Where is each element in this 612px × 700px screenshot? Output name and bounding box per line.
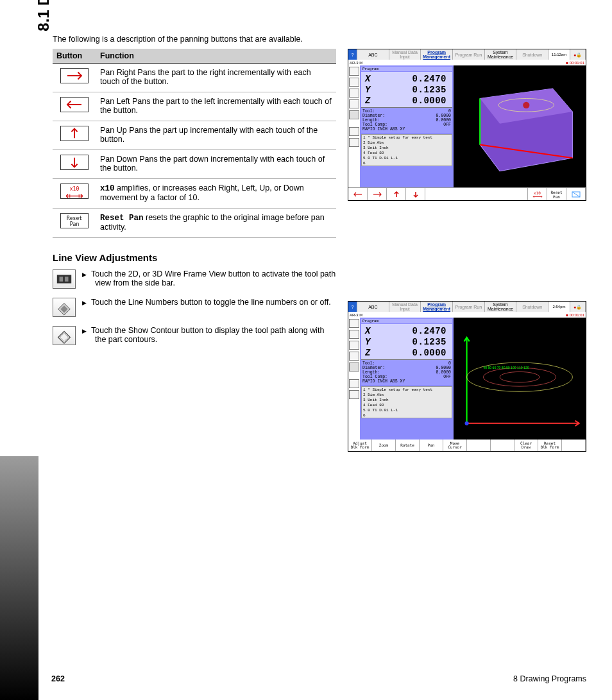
pan-up-button[interactable] [387, 188, 406, 200]
wireframe-toggle[interactable] [566, 188, 586, 200]
sidebar-icon[interactable] [349, 390, 359, 399]
svg-rect-8 [60, 277, 64, 281]
tool-row: Length:0.0000 [362, 118, 451, 123]
top-tab[interactable]: ABC [357, 302, 389, 312]
clock-status: ■ 00:01:01 [566, 61, 584, 65]
table-row: Pan Right Pans the part to the right inc… [53, 64, 336, 92]
program-line: 2 Dim Abs [363, 141, 450, 146]
program-line: 4 Feed 80 [363, 151, 450, 156]
top-tab[interactable]: Program Run [453, 302, 485, 312]
bottom-button[interactable]: Zoom [372, 440, 396, 451]
top-tab[interactable]: Shutdown [516, 302, 548, 312]
program-line: 2 Dim Abs [363, 393, 450, 398]
sidebar-icon[interactable] [349, 99, 359, 108]
pan-reset-icon: ResetPan [60, 213, 89, 228]
top-tab[interactable]: System Maintenance [485, 302, 517, 312]
table-row: ResetPanReset Pan resets the graphic to … [53, 209, 336, 238]
pan-x10-button[interactable]: x10 [528, 188, 547, 200]
top-tab[interactable]: Program Management [421, 302, 453, 312]
model-label: AR-3 M [350, 313, 362, 317]
pan-down-button[interactable] [406, 188, 425, 200]
pan-up-icon [60, 126, 89, 141]
pan-x10-icon: x10 [60, 184, 89, 199]
program-line: 5 0 T1 D.01 L-1 [363, 156, 450, 161]
bottom-button[interactable]: Pan [420, 440, 443, 451]
svg-point-29 [465, 422, 469, 425]
th-function: Function [96, 49, 336, 64]
sidebar-icon[interactable] [349, 138, 359, 147]
lva-text: ▶Touch the Line Numbers button to toggle… [89, 298, 336, 307]
coord-row: Z0.0000 [365, 347, 450, 358]
clock: 11:12am [548, 49, 570, 60]
pan-down-icon [60, 155, 89, 170]
th-button: Button [53, 49, 96, 64]
bottom-button[interactable]: AdjustBlk Form [348, 440, 372, 451]
tool-mode-row: RAPID INCH ABS XY [362, 379, 451, 384]
sidebar-icon[interactable] [349, 110, 359, 119]
coord-row: Y0.1235 [365, 336, 450, 347]
lva-row: ▶Touch the 2D, or 3D Wire Frame View but… [53, 269, 336, 290]
function-text: x10 amplifies, or increases each Right, … [96, 179, 336, 209]
model-label: AR-3 M [350, 61, 362, 65]
sidebar-icon[interactable] [349, 89, 359, 98]
function-text: Reset Pan resets the graphic to the orig… [96, 209, 336, 238]
sidebar-icon[interactable] [349, 67, 359, 76]
bottom-button[interactable]: ClearDraw [514, 440, 538, 451]
status-icons: ● 🔒 [570, 49, 586, 60]
top-tab[interactable]: Manual Data Input [389, 49, 421, 60]
top-tab[interactable]: Manual Data Input [389, 302, 421, 312]
program-title: Program [361, 67, 452, 71]
reset-pan-button[interactable]: Reset Pan [547, 188, 566, 200]
2d-icon [53, 269, 76, 289]
pan-left-icon [60, 97, 89, 112]
lva-row: ▶Touch the Line Numbers button to toggle… [53, 298, 336, 318]
pan-right-button[interactable] [368, 188, 387, 200]
svg-point-31 [483, 368, 556, 386]
tool-row: Tool Comp:OFF [362, 375, 451, 379]
top-tab[interactable]: System Maintenance [485, 49, 517, 60]
sidebar-icon[interactable] [349, 341, 359, 350]
svg-point-19 [523, 102, 529, 108]
svg-rect-7 [57, 275, 71, 283]
coord-row: Z0.0000 [365, 95, 450, 106]
program-line: 1 * Simple setup for easy test [363, 388, 450, 393]
bottom-button[interactable]: MoveCursor [443, 440, 467, 451]
section-side-label: 8.1 Draw [35, 0, 53, 96]
bottom-button[interactable]: Rotate [396, 440, 420, 451]
screenshot-wire-view: ?ABCManual Data InputProgram ManagementP… [348, 301, 586, 452]
sidebar-icon[interactable] [349, 319, 359, 328]
program-line: 5 0 T1 D.01 L-1 [363, 408, 450, 413]
help-button[interactable]: ? [348, 302, 357, 312]
clock-status: ■ 00:01:01 [566, 313, 584, 317]
page-number: 262 [51, 674, 65, 683]
lva-text: ▶Touch the Show Contour button to displa… [89, 326, 336, 344]
pan-buttons-table: Button Function Pan Right Pans the part … [53, 49, 336, 238]
help-button[interactable]: ? [348, 49, 357, 60]
sidebar-icon[interactable] [349, 379, 359, 388]
tool-row: Tool:0 [362, 109, 451, 114]
svg-rect-9 [65, 277, 69, 281]
sidebar-icon[interactable] [349, 352, 359, 361]
top-tab[interactable]: Program Management [421, 49, 453, 60]
pan-left-button[interactable] [348, 188, 368, 200]
top-tab[interactable]: Shutdown [516, 49, 548, 60]
coord-row: X0.2470 [365, 73, 450, 84]
table-row: Pan Down Pans the part down incrementall… [53, 150, 336, 179]
function-text: Pan Down Pans the part down incrementall… [96, 150, 336, 179]
bottom-button[interactable]: ResetBlk Form [538, 440, 562, 451]
bottom-button [491, 440, 514, 451]
coord-row: Y0.1235 [365, 84, 450, 95]
program-line: 6 [363, 161, 450, 166]
sidebar-icon[interactable] [349, 363, 359, 371]
tool-row: Diameter:0.0000 [362, 366, 451, 370]
coord-row: X0.2470 [365, 325, 450, 336]
linenum-icon [53, 298, 76, 317]
contour-icon [53, 326, 76, 345]
footer-chapter: 8 Drawing Programs [513, 674, 586, 683]
sidebar-icon[interactable] [349, 78, 359, 87]
sidebar-icon[interactable] [349, 127, 359, 136]
top-tab[interactable]: ABC [357, 49, 389, 60]
top-tab[interactable]: Program Run [453, 49, 485, 60]
sidebar-icon[interactable] [349, 330, 359, 339]
screenshot-solid-view: ?ABCManual Data InputProgram ManagementP… [348, 49, 586, 201]
